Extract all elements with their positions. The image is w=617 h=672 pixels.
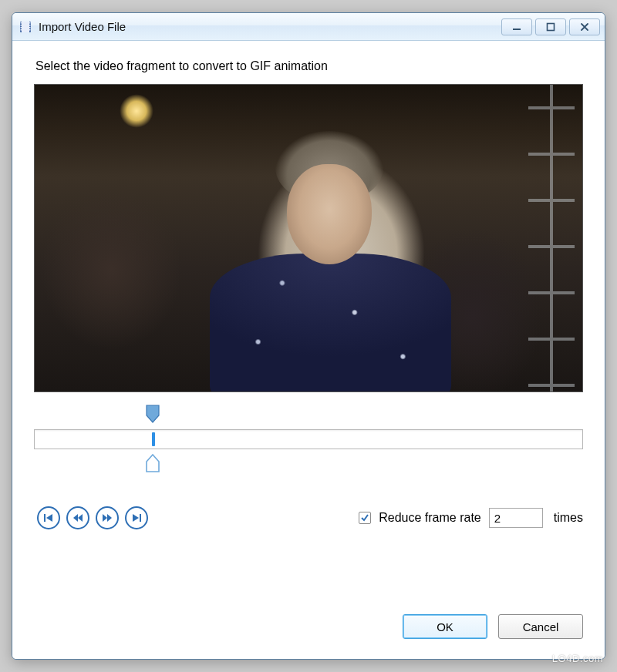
svg-rect-4 — [21, 25, 22, 26]
reduce-framerate-input[interactable] — [489, 508, 543, 528]
cancel-button-label: Cancel — [523, 620, 559, 633]
svg-rect-1 — [22, 22, 29, 32]
video-preview[interactable] — [34, 84, 583, 392]
preview-person-body — [210, 254, 450, 392]
skip-last-icon — [131, 512, 142, 523]
instruction-text: Select the video fragment to convert to … — [35, 59, 583, 73]
skip-first-button[interactable] — [37, 506, 60, 529]
reduce-framerate-checkbox[interactable] — [359, 512, 371, 524]
preview-light — [120, 94, 153, 128]
cancel-button[interactable]: Cancel — [498, 614, 583, 639]
film-icon — [19, 20, 32, 34]
dialog-buttons: OK Cancel — [34, 593, 583, 643]
svg-rect-2 — [21, 22, 22, 24]
check-icon — [360, 513, 369, 522]
fast-forward-icon — [102, 512, 113, 523]
svg-rect-11 — [548, 23, 555, 30]
playback-controls — [34, 506, 148, 529]
preview-truss — [528, 85, 575, 391]
reduce-framerate-suffix: times — [554, 511, 583, 525]
window-title: Import Video File — [39, 20, 501, 33]
preview-person-head — [287, 164, 372, 264]
forward-button[interactable] — [96, 506, 119, 529]
ok-button-label: OK — [437, 620, 453, 633]
ok-button[interactable]: OK — [403, 614, 487, 639]
close-button[interactable] — [569, 18, 600, 35]
titlebar[interactable]: Import Video File — [12, 13, 605, 41]
skip-last-button[interactable] — [125, 506, 148, 529]
client-area: Select the video fragment to convert to … — [12, 41, 605, 659]
svg-rect-8 — [21, 29, 22, 31]
dialog-window: Import Video File Select the video fragm… — [12, 12, 605, 660]
svg-rect-5 — [29, 25, 31, 26]
svg-rect-10 — [513, 29, 521, 30]
skip-first-icon — [43, 512, 54, 523]
rewind-button[interactable] — [66, 506, 89, 529]
svg-rect-9 — [29, 29, 31, 31]
rewind-icon — [72, 512, 83, 523]
timeline — [34, 405, 583, 475]
minimize-button[interactable] — [501, 18, 532, 35]
window-buttons — [501, 18, 602, 35]
reduce-framerate-group: Reduce frame rate times — [359, 508, 583, 528]
reduce-framerate-label: Reduce frame rate — [379, 511, 481, 525]
maximize-button[interactable] — [535, 18, 566, 35]
timeline-track[interactable] — [34, 429, 583, 449]
svg-rect-12 — [44, 514, 46, 522]
svg-rect-13 — [140, 514, 141, 522]
svg-rect-6 — [21, 27, 22, 29]
svg-rect-3 — [29, 22, 31, 24]
range-end-handle[interactable] — [145, 454, 160, 472]
controls-row: Reduce frame rate times — [34, 506, 583, 529]
range-start-handle[interactable] — [145, 405, 160, 423]
svg-rect-7 — [29, 27, 31, 29]
playhead[interactable] — [152, 432, 155, 446]
